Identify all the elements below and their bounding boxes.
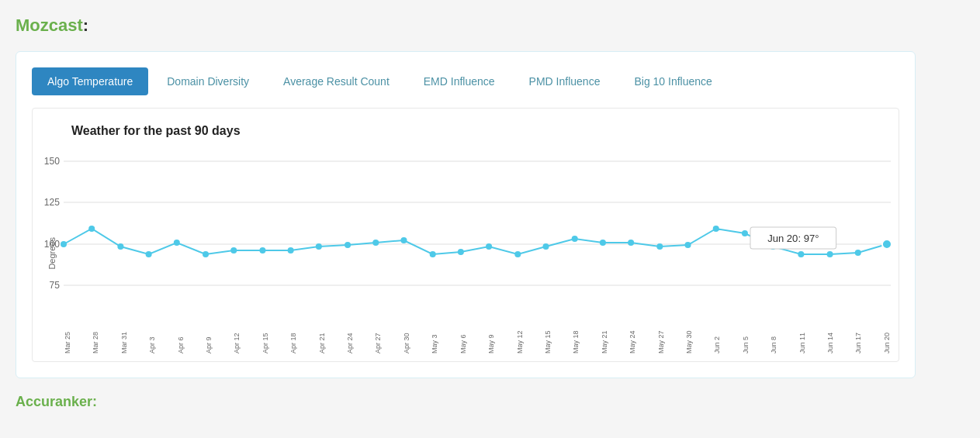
chart-dot	[61, 241, 67, 247]
x-label: May 6	[459, 315, 467, 354]
chart-container: Weather for the past 90 days Degrees	[32, 108, 899, 362]
chart-dot	[372, 240, 379, 246]
x-label: May 3	[431, 315, 438, 354]
chart-dot	[486, 243, 492, 250]
tab-algo-temperature[interactable]: Algo Temperature	[32, 67, 148, 95]
chart-dot	[827, 251, 833, 257]
chart-dot	[798, 251, 804, 257]
x-label: Apr 24	[346, 315, 354, 354]
chart-dot	[514, 251, 521, 257]
x-label: May 9	[487, 315, 495, 354]
x-label: Apr 30	[403, 315, 410, 354]
x-label: Apr 27	[374, 315, 382, 354]
x-label: May 12	[516, 315, 524, 354]
x-label: Mar 28	[92, 315, 99, 354]
chart-dot	[542, 243, 549, 250]
chart-dot	[259, 247, 265, 253]
chart-title: Weather for the past 90 days	[71, 124, 891, 138]
chart-dot	[458, 249, 464, 255]
chart-dot	[88, 226, 95, 232]
chart-dot	[345, 242, 351, 248]
x-label: Apr 6	[177, 315, 185, 354]
x-label: Mar 31	[120, 315, 128, 354]
tab-pmd-influence[interactable]: PMD Influence	[514, 67, 616, 95]
chart-dot	[117, 243, 123, 250]
chart-dot	[146, 251, 152, 257]
chart-dot	[430, 251, 436, 257]
tab-average-result-count[interactable]: Average Result Count	[268, 67, 405, 95]
x-label: Apr 12	[233, 315, 241, 354]
tab-emd-influence[interactable]: EMD Influence	[408, 67, 511, 95]
chart-dot	[203, 251, 209, 257]
svg-text:100: 100	[44, 239, 60, 250]
x-label: May 21	[601, 315, 608, 354]
section-title-below: Accuranker:	[16, 394, 964, 410]
x-label: May 18	[572, 315, 580, 354]
tab-bar: Algo Temperature Domain Diversity Averag…	[32, 67, 899, 95]
page-title: Mozcast:	[16, 16, 964, 36]
chart-dot	[288, 247, 294, 253]
chart-dot	[656, 243, 663, 250]
x-label: May 27	[657, 315, 665, 354]
chart-dot	[742, 230, 748, 236]
chart-dot	[316, 243, 322, 250]
chart-dot	[230, 247, 237, 253]
x-label: Mar 25	[64, 315, 71, 354]
chart-dot	[855, 250, 861, 256]
x-label: May 30	[685, 315, 693, 354]
chart-dot	[572, 236, 578, 242]
x-label: Apr 3	[148, 315, 156, 354]
x-label: May 24	[629, 315, 636, 354]
x-label: Jun 20	[883, 315, 891, 354]
x-label: Apr 9	[205, 315, 213, 354]
tab-domain-diversity[interactable]: Domain Diversity	[151, 67, 265, 95]
svg-text:75: 75	[50, 280, 61, 291]
chart-dot	[174, 240, 180, 246]
x-label: Jun 8	[770, 315, 777, 354]
line-chart: 150 125 100 75	[64, 153, 891, 309]
x-label: Jun 5	[742, 315, 750, 354]
main-card: Algo Temperature Domain Diversity Averag…	[16, 51, 916, 378]
chart-dot-active	[882, 240, 892, 249]
x-label: Apr 21	[318, 315, 326, 354]
chart-dot	[685, 242, 691, 248]
x-label: Jun 17	[854, 315, 862, 354]
tooltip-text: Jun 20: 97°	[767, 233, 819, 244]
x-label: May 15	[544, 315, 552, 354]
svg-text:150: 150	[44, 156, 60, 167]
svg-text:125: 125	[44, 197, 60, 208]
tab-big10-influence[interactable]: Big 10 Influence	[618, 67, 727, 95]
x-label: Jun 11	[798, 315, 806, 354]
chart-dot	[628, 240, 634, 246]
chart-dot	[400, 237, 407, 243]
x-label: Apr 15	[261, 315, 269, 354]
chart-dot	[713, 226, 719, 232]
x-label: Jun 2	[713, 315, 721, 354]
x-label: Jun 14	[826, 315, 834, 354]
chart-dot	[600, 240, 606, 246]
x-label: Apr 18	[289, 315, 297, 354]
